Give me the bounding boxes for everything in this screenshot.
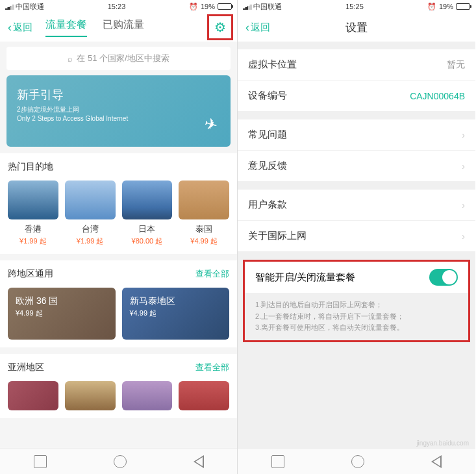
battery-pct: 19% [201, 3, 215, 10]
settings-highlight: ⚙ [207, 14, 233, 40]
search-input[interactable]: ⌕在 51 个国家/地区中搜索 [6, 47, 231, 70]
region-europe[interactable]: 欧洲 36 国¥4.99 起 [8, 288, 116, 340]
row-vcard[interactable]: 虚拟卡位置暂无 [238, 49, 475, 81]
back-nav-button[interactable] [194, 455, 204, 468]
onboarding-banner[interactable]: 新手引导 2步搞定境外流量上网 Only 2 Steps to Access G… [6, 75, 231, 147]
dest-hongkong[interactable]: 香港¥1.99 起 [8, 181, 58, 246]
row-faq[interactable]: 常见问题› [238, 119, 475, 151]
recent-apps-button[interactable] [34, 455, 47, 468]
android-nav [238, 448, 475, 474]
tab-purchased[interactable]: 已购流量 [103, 18, 144, 37]
asia-thumb[interactable] [65, 381, 116, 410]
carrier: 中国联通 [253, 2, 282, 12]
tab-packages[interactable]: 流量套餐 [45, 18, 87, 37]
asia-region: 亚洲地区查看全部 [0, 354, 237, 418]
dest-thumb [122, 181, 173, 219]
row-smart-toggle: 智能开启/关闭流量套餐 [245, 262, 468, 293]
chevron-right-icon: › [462, 161, 465, 171]
alarm-icon: ⏰ [427, 3, 436, 11]
home-button[interactable] [114, 455, 127, 468]
status-bar: 中国联通 15:23 ⏰19% [0, 0, 237, 13]
alarm-icon: ⏰ [189, 3, 198, 11]
region-sea[interactable]: 新马泰地区¥4.99 起 [122, 288, 230, 340]
view-all-link[interactable]: 查看全部 [195, 268, 229, 280]
clock: 15:25 [345, 3, 364, 10]
row-terms[interactable]: 用户条款› [238, 190, 475, 221]
back-nav-button[interactable] [431, 455, 442, 468]
smart-toggle-switch[interactable] [429, 269, 458, 286]
asia-thumb[interactable] [122, 381, 173, 410]
dest-japan[interactable]: 日本¥80.00 起 [122, 181, 173, 246]
navbar: ‹返回 流量套餐 已购流量 ⚙ [0, 13, 237, 42]
signal-icon [243, 3, 252, 10]
chevron-left-icon: ‹ [245, 21, 249, 34]
android-nav [0, 448, 237, 474]
dest-thumb [179, 181, 229, 219]
search-icon: ⌕ [68, 54, 73, 64]
cross-region: 跨地区通用查看全部 欧洲 36 国¥4.99 起 新马泰地区¥4.99 起 [0, 260, 237, 347]
battery-icon [218, 3, 232, 10]
clock: 15:23 [108, 3, 126, 10]
dest-thailand[interactable]: 泰国¥4.99 起 [179, 181, 229, 246]
battery-pct: 19% [439, 3, 453, 10]
home-button[interactable] [351, 455, 364, 468]
back-button[interactable]: ‹返回 [245, 21, 270, 34]
back-button[interactable]: ‹返回 [8, 21, 32, 34]
row-about[interactable]: 关于国际上网› [238, 221, 475, 252]
asia-thumb[interactable] [8, 381, 58, 410]
navbar: ‹返回 设置 [238, 13, 475, 42]
hot-destinations: 热门目的地 香港¥1.99 起 台湾¥1.99 起 日本¥80.00 起 泰国¥… [0, 153, 237, 254]
carrier: 中国联通 [16, 2, 44, 12]
chevron-right-icon: › [462, 231, 465, 242]
chevron-left-icon: ‹ [8, 21, 12, 34]
row-device[interactable]: 设备编号CAJN00064B [238, 81, 475, 112]
status-bar: 中国联通 15:25 ⏰19% [238, 0, 475, 13]
row-feedback[interactable]: 意见反馈› [238, 151, 475, 182]
chevron-right-icon: › [462, 200, 465, 210]
signal-icon [5, 3, 14, 10]
dest-thumb [65, 181, 116, 219]
chevron-right-icon: › [462, 130, 465, 140]
smart-toggle-highlight: 智能开启/关闭流量套餐 1.到达目的地后自动开启国际上网套餐； 2.上一套餐结束… [243, 260, 470, 342]
gear-icon[interactable]: ⚙ [214, 19, 226, 35]
dest-taiwan[interactable]: 台湾¥1.99 起 [65, 181, 116, 246]
recent-apps-button[interactable] [271, 455, 284, 468]
phone-left: 中国联通 15:23 ⏰19% ‹返回 流量套餐 已购流量 ⚙ ⌕在 51 个国… [0, 0, 238, 474]
dest-thumb [8, 181, 58, 219]
watermark: jingyan.baidu.com [416, 440, 469, 447]
page-title: 设置 [345, 20, 368, 35]
phone-right: 中国联通 15:25 ⏰19% ‹返回 设置 虚拟卡位置暂无 设备编号CAJN0… [238, 0, 475, 474]
battery-icon [456, 3, 470, 10]
smart-description: 1.到达目的地后自动开启国际上网套餐； 2.上一套餐结束时，将自动开启下一流量套… [245, 293, 468, 340]
view-all-link[interactable]: 查看全部 [195, 362, 229, 373]
asia-thumb[interactable] [179, 381, 229, 410]
